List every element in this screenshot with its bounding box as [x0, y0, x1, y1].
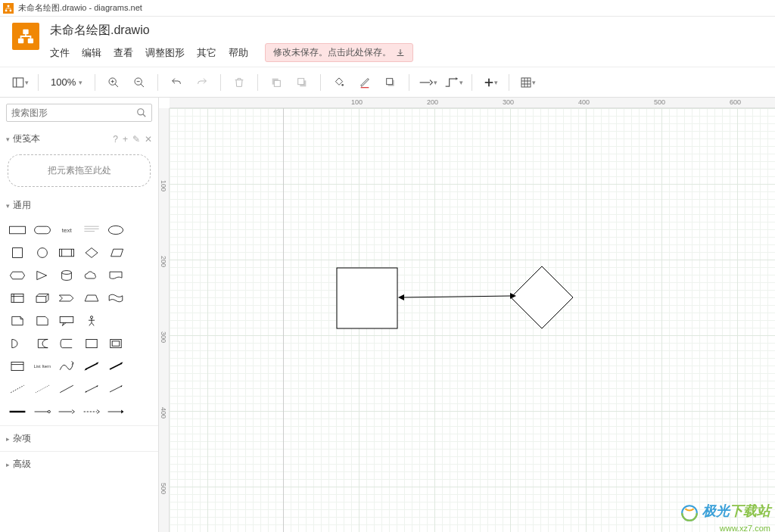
canvas-shape-arrow[interactable]: [397, 290, 518, 305]
search-shapes[interactable]: [6, 104, 152, 122]
shape-circle[interactable]: [31, 242, 54, 263]
shape-blank[interactable]: [129, 219, 153, 241]
search-input[interactable]: [11, 107, 132, 118]
shape-link4[interactable]: [80, 401, 104, 422]
shape-curve[interactable]: [55, 356, 79, 377]
shape-container[interactable]: [80, 333, 104, 354]
shape-rounded-rect[interactable]: [31, 219, 54, 241]
shape-ellipse[interactable]: [104, 219, 128, 241]
edit-icon[interactable]: ✎: [132, 134, 140, 145]
line-color-button[interactable]: [354, 72, 375, 93]
shape-list-item[interactable]: List Item: [31, 356, 54, 377]
menu-help[interactable]: 帮助: [229, 46, 248, 60]
shape-arrow[interactable]: [104, 356, 128, 377]
general-section[interactable]: ▾ 通用: [0, 194, 158, 216]
shape-link3[interactable]: [55, 401, 79, 422]
shape-list[interactable]: [6, 356, 30, 377]
svg-rect-45: [11, 294, 23, 302]
app-header: 未命名绘图.drawio 文件 编辑 查看 调整图形 其它 帮助 修改未保存。点…: [0, 17, 775, 67]
shape-hexagon[interactable]: [6, 265, 30, 286]
shape-half-circle[interactable]: [6, 333, 30, 354]
shape-actor[interactable]: [80, 310, 104, 331]
shape-document[interactable]: [104, 265, 128, 286]
diagram-canvas[interactable]: 极光下载站 www.xz7.com: [170, 108, 775, 532]
shape-blank10[interactable]: [129, 401, 153, 422]
shape-cube[interactable]: [31, 288, 54, 309]
scratchpad-dropzone[interactable]: 把元素拖至此处: [8, 154, 151, 187]
menu-edit[interactable]: 编辑: [82, 46, 101, 60]
shape-blank2[interactable]: [129, 242, 153, 263]
to-back-button[interactable]: [291, 72, 313, 93]
shape-blank9[interactable]: [129, 378, 153, 400]
menu-view[interactable]: 查看: [114, 46, 133, 60]
shape-step[interactable]: [55, 288, 79, 309]
shape-cylinder[interactable]: [55, 265, 79, 286]
shape-thin-arrow[interactable]: [104, 378, 128, 400]
shape-tape[interactable]: [104, 288, 128, 309]
shape-link1[interactable]: [6, 401, 30, 422]
shape-blank7[interactable]: [129, 333, 153, 354]
shape-link5[interactable]: [104, 401, 128, 422]
shapes-palette: text: [0, 216, 158, 425]
shape-note[interactable]: [6, 310, 30, 331]
shape-callout[interactable]: [55, 310, 79, 331]
shape-blank5[interactable]: [104, 310, 128, 331]
shape-trapezoid[interactable]: [80, 288, 104, 309]
shape-blank8[interactable]: [129, 356, 153, 377]
shape-square[interactable]: [6, 242, 30, 263]
shape-card[interactable]: [31, 310, 54, 331]
shape-dotted-line[interactable]: [31, 378, 54, 400]
menu-arrange[interactable]: 调整图形: [145, 46, 185, 60]
shape-parallelogram[interactable]: [104, 242, 128, 263]
shape-textbox[interactable]: [80, 219, 104, 241]
shape-dashed-line[interactable]: [6, 378, 30, 400]
undo-button[interactable]: [166, 72, 187, 93]
shape-rect[interactable]: [6, 219, 30, 241]
table-button[interactable]: ▾: [517, 72, 538, 93]
doc-title[interactable]: 未命名绘图.drawio: [50, 23, 413, 39]
shape-blank4[interactable]: [129, 288, 153, 309]
scratchpad-section[interactable]: ▾ 便笺本 ? + ✎ ✕: [0, 128, 158, 150]
shape-text[interactable]: text: [55, 219, 79, 241]
shape-blank6[interactable]: [129, 310, 153, 331]
zoom-out-button[interactable]: [129, 72, 150, 93]
logo[interactable]: [12, 23, 39, 50]
shape-triangle[interactable]: [31, 265, 54, 286]
shape-frame[interactable]: [104, 333, 128, 354]
sidebar-toggle-button[interactable]: ▾: [9, 72, 30, 93]
menu-file[interactable]: 文件: [50, 46, 70, 60]
shape-data-store[interactable]: [55, 333, 79, 354]
misc-section[interactable]: ▸ 杂项: [0, 425, 158, 451]
shape-link2[interactable]: [31, 401, 54, 422]
shape-cloud[interactable]: [80, 265, 104, 286]
shape-and[interactable]: [31, 333, 54, 354]
connection-button[interactable]: ▾: [417, 72, 438, 93]
shape-diamond[interactable]: [80, 242, 104, 263]
advanced-section[interactable]: ▸ 高级: [0, 451, 158, 477]
shape-bidir-arrow[interactable]: [80, 356, 104, 377]
shape-line[interactable]: [55, 378, 79, 400]
shape-bidir-thin[interactable]: [80, 378, 104, 400]
insert-button[interactable]: ▾: [480, 72, 501, 93]
save-notice[interactable]: 修改未保存。点击此处保存。: [265, 43, 413, 62]
add-icon[interactable]: +: [123, 134, 128, 145]
fill-color-button[interactable]: [328, 72, 350, 93]
canvas-shape-rect[interactable]: [336, 267, 398, 329]
shape-process[interactable]: [55, 242, 79, 263]
app-icon: [3, 3, 14, 14]
shape-blank3[interactable]: [129, 265, 153, 286]
canvas-shape-diamond[interactable]: [510, 266, 574, 329]
zoom-in-button[interactable]: [103, 72, 124, 93]
to-front-button[interactable]: [266, 72, 287, 93]
separator: [409, 74, 409, 91]
misc-label: 杂项: [13, 432, 31, 445]
close-icon[interactable]: ✕: [145, 134, 152, 145]
shadow-button[interactable]: [380, 72, 401, 93]
redo-button[interactable]: [191, 72, 213, 93]
delete-button[interactable]: [229, 72, 250, 93]
help-icon[interactable]: ?: [113, 134, 118, 145]
menu-extras[interactable]: 其它: [197, 46, 216, 60]
shape-internal-storage[interactable]: [6, 288, 30, 309]
waypoints-button[interactable]: ▾: [443, 72, 464, 93]
zoom-select[interactable]: 100%▾: [46, 76, 87, 88]
